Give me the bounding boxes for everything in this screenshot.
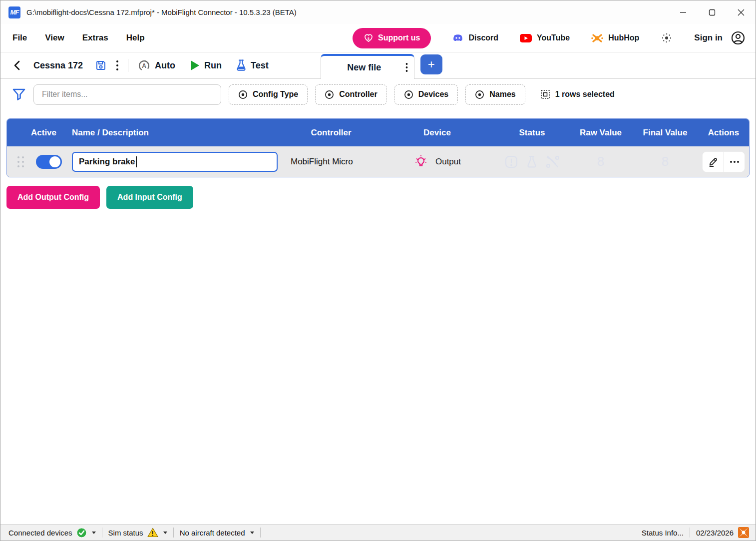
minimize-button[interactable] [669,0,698,24]
title-bar: MF G:\mobiflight-docs\Cessna 172.mfproj*… [0,0,756,24]
test-label: Test [251,60,269,71]
user-avatar-icon [731,30,746,45]
run-play-icon [189,59,200,71]
maximize-button[interactable] [698,0,727,24]
name-description-value: Parking brake [79,157,135,167]
save-button[interactable] [95,59,107,71]
filter-funnel-icon[interactable] [11,87,26,102]
menu-bar: File View Extras Help $ Support us Disco… [0,24,756,52]
row-device-label: Output [435,157,461,167]
warning-triangle-icon [147,528,158,538]
add-config-row: Add Output Config Add Input Config [6,186,756,209]
run-button[interactable]: Run [189,59,222,71]
connected-devices-status[interactable]: Connected devices [5,528,99,538]
header-name-description: Name / Description [72,128,284,138]
row-raw-value: 8 [568,154,633,169]
hubhop-link[interactable]: HubHop [591,32,639,44]
test-button[interactable]: Test [236,59,269,72]
status-precondition-icon [504,155,518,169]
row-name-cell: Parking brake [72,152,284,172]
header-raw-value: Raw Value [568,128,633,138]
close-button[interactable] [727,0,756,24]
row-more-button[interactable] [724,152,745,172]
discord-label: Discord [468,33,498,42]
filter-config-type-button[interactable]: Config Type [229,84,308,105]
selection-icon [540,89,550,99]
content-spacer [0,209,756,524]
back-button[interactable] [10,60,23,71]
menu-view[interactable]: View [44,31,65,45]
row-action-buttons [703,152,745,172]
tab-menu-kebab[interactable] [405,62,408,72]
menu-items: File View Extras Help [11,31,146,45]
row-device-cell: Output [378,154,496,169]
youtube-icon [519,32,532,43]
project-menu-kebab[interactable] [116,60,119,71]
sign-in-button[interactable]: Sign in [694,30,746,45]
support-us-label: Support us [378,33,420,42]
add-output-config-button[interactable]: Add Output Config [6,186,100,209]
text-caret [136,156,137,167]
row-drag-handle-icon[interactable] [15,156,26,167]
app-window: MF G:\mobiflight-docs\Cessna 172.mfproj*… [0,0,756,541]
hubhop-label: HubHop [608,33,639,42]
filter-config-type-label: Config Type [253,90,298,99]
menu-help[interactable]: Help [125,31,146,45]
svg-text:A: A [142,62,146,69]
chevron-down-icon [163,532,167,534]
name-description-input[interactable]: Parking brake [72,152,278,172]
sim-date: 02/23/2026 [693,527,753,539]
status-bar-right: Status Info... 02/23/2026 [639,527,753,539]
add-input-config-button[interactable]: Add Input Config [106,186,193,209]
filter-names-button[interactable]: Names [465,84,525,105]
msfs-sim-icon [738,527,750,539]
header-final-value: Final Value [633,128,697,138]
row-controller-cell: MobiFlight Micro [284,157,378,167]
status-info-label: Status Info... [642,529,684,537]
sun-icon [660,31,673,44]
rows-selected-label: 1 rows selected [555,90,615,99]
filter-devices-button[interactable]: Devices [394,84,458,105]
status-bar: Connected devices Sim status No aircraft… [0,524,756,541]
row-status-cell [496,155,568,169]
filter-names-label: Names [489,90,515,99]
theme-toggle-button[interactable] [660,31,673,44]
support-us-button[interactable]: $ Support us [353,28,431,48]
filter-controller-button[interactable]: Controller [315,84,386,105]
active-toggle[interactable] [36,155,62,169]
edit-row-button[interactable] [703,152,724,172]
filter-controller-label: Controller [339,90,377,99]
output-lightbulb-icon [413,154,428,169]
chevron-down-icon [92,532,96,534]
menu-extras[interactable]: Extras [81,31,109,45]
filter-items-input[interactable] [33,84,221,105]
circle-dot-icon [325,90,334,99]
connected-devices-label: Connected devices [8,529,72,537]
rows-selected-indicator: 1 rows selected [540,89,615,99]
svg-text:$: $ [368,37,370,41]
add-tab-button[interactable]: + [420,54,442,74]
header-actions: Actions [697,128,750,138]
window-title: G:\mobiflight-docs\Cessna 172.mfproj* - … [26,8,297,16]
sim-status[interactable]: Sim status [105,528,170,538]
run-label: Run [204,60,222,71]
auto-label: Auto [155,60,175,71]
filter-devices-label: Devices [418,90,449,99]
table-header: Active Name / Description Controller Dev… [7,119,749,146]
tab-new-file[interactable]: New file [321,54,414,79]
aircraft-status[interactable]: No aircraft detected [177,529,257,537]
circle-dot-icon [404,90,413,99]
menu-file[interactable]: File [11,31,28,45]
filter-row: Config Type Controller Devices Names 1 r… [0,79,756,110]
filter-pills: Config Type Controller Devices Names [229,84,525,105]
row-final-value: 8 [633,154,697,169]
auto-button[interactable]: A Auto [137,59,175,72]
header-active: Active [26,128,72,138]
header-status: Status [496,128,568,138]
sign-in-label: Sign in [694,33,723,43]
header-device: Device [378,128,496,138]
discord-link[interactable]: Discord [452,32,498,44]
status-info[interactable]: Status Info... [639,529,687,537]
table-row[interactable]: Parking brake MobiFlight Micro Output [7,146,749,177]
youtube-link[interactable]: YouTube [519,32,570,43]
